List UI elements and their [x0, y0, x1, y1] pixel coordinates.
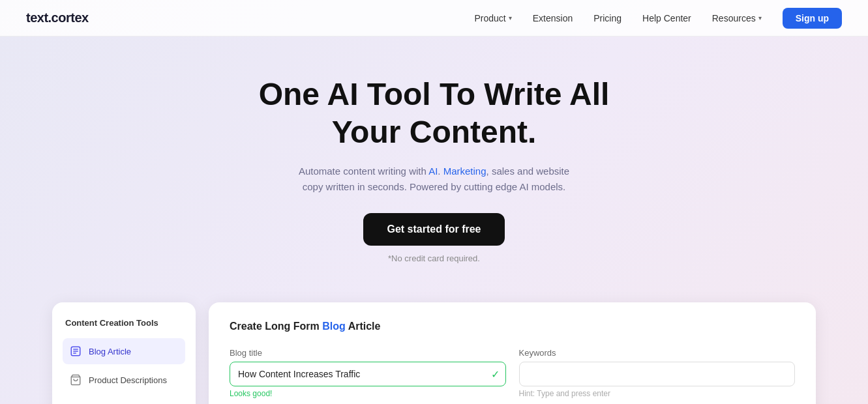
- nav-links: Product ▾ Extension Pricing Help Center …: [475, 8, 842, 29]
- no-credit-card-text: *No credit card required.: [13, 253, 855, 263]
- create-panel-title: Create Long Form Blog Article: [230, 321, 795, 332]
- nav-help-center[interactable]: Help Center: [642, 13, 691, 23]
- tools-panel-title: Content Creation Tools: [63, 318, 185, 328]
- blog-article-label: Blog Article: [89, 347, 131, 356]
- product-chevron-icon: ▾: [509, 14, 512, 22]
- demo-section: Content Creation Tools Blog Article: [0, 289, 868, 404]
- hero-headline: One AI Tool To Write All Your Content.: [13, 76, 855, 151]
- create-article-panel: Create Long Form Blog Article Blog title…: [209, 302, 816, 404]
- tools-panel: Content Creation Tools Blog Article: [52, 302, 196, 404]
- keywords-group: Keywords Hint: Type and press enter: [519, 348, 796, 398]
- blog-article-icon: [69, 345, 82, 358]
- navbar: text.cortex Product ▾ Extension Pricing …: [0, 0, 868, 36]
- tool-item-customer-support[interactable]: Customer Support Email: [63, 396, 185, 404]
- resources-chevron-icon: ▾: [758, 14, 762, 22]
- nav-pricing[interactable]: Pricing: [593, 13, 621, 23]
- nav-resources[interactable]: Resources ▾: [712, 13, 762, 23]
- keywords-label: Keywords: [519, 348, 796, 358]
- blog-title-input-wrap: ✓: [230, 362, 506, 386]
- blog-title-label: Blog title: [230, 348, 506, 358]
- blog-title-group: Blog title ✓ Looks good!: [230, 348, 506, 398]
- signup-button[interactable]: Sign up: [783, 8, 842, 29]
- keywords-input-wrap: [519, 362, 796, 386]
- site-logo[interactable]: text.cortex: [26, 10, 89, 25]
- hero-subtext: Automate content writing with AI. Market…: [297, 164, 571, 195]
- keywords-hint: Hint: Type and press enter: [519, 389, 796, 398]
- get-started-button[interactable]: Get started for free: [363, 213, 504, 246]
- hero-section: One AI Tool To Write All Your Content. A…: [0, 36, 868, 289]
- tool-item-product-descriptions[interactable]: Product Descriptions: [63, 367, 185, 393]
- blog-title-hint: Looks good!: [230, 389, 506, 398]
- nav-product[interactable]: Product ▾: [475, 13, 512, 23]
- blog-title-input[interactable]: [230, 362, 506, 386]
- checkmark-icon: ✓: [491, 368, 500, 381]
- nav-extension[interactable]: Extension: [533, 13, 573, 23]
- form-fields-row: Blog title ✓ Looks good! Keywords Hint: …: [230, 348, 795, 398]
- keywords-input[interactable]: [519, 362, 796, 386]
- product-descriptions-icon: [69, 373, 82, 386]
- product-descriptions-label: Product Descriptions: [89, 375, 167, 385]
- tool-item-blog-article[interactable]: Blog Article: [63, 338, 185, 364]
